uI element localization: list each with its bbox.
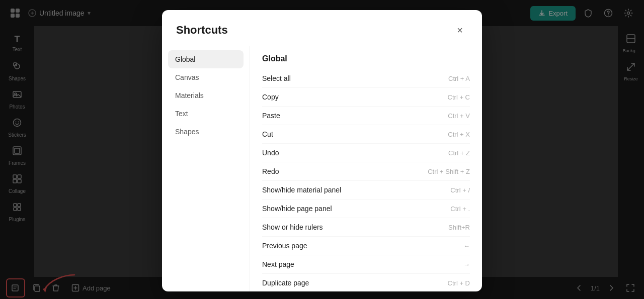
shortcut-name: Show/hide material panel xyxy=(262,186,341,194)
shortcut-name: Show or hide rulers xyxy=(262,223,323,231)
shortcuts-rows-container: Select allCtrl + ACopyCtrl + CPasteCtrl … xyxy=(262,69,470,291)
shortcut-name: Show/hide page panel xyxy=(262,205,332,213)
nav-item-text[interactable]: Text xyxy=(168,105,244,123)
shortcut-name: Copy xyxy=(262,93,279,101)
nav-item-text-label: Text xyxy=(175,110,188,118)
shortcut-name: Cut xyxy=(262,130,273,138)
shortcuts-list: Global Select allCtrl + ACopyCtrl + CPas… xyxy=(250,46,482,291)
nav-item-global[interactable]: Global xyxy=(168,50,244,68)
shortcut-row: Show/hide page panelCtrl + . xyxy=(262,200,470,218)
nav-item-shapes-label: Shapes xyxy=(175,128,199,136)
shortcut-keys: Ctrl + D xyxy=(448,279,470,287)
shortcut-keys: Ctrl + A xyxy=(448,75,470,82)
shortcut-row: Previous page← xyxy=(262,237,470,255)
modal-overlay: Shortcuts × Global Canvas Materials xyxy=(0,0,644,299)
shortcut-row: Next page→ xyxy=(262,255,470,274)
shortcut-keys: Ctrl + Shift + Z xyxy=(428,168,470,175)
shortcut-row: UndoCtrl + Z xyxy=(262,144,470,162)
shortcut-name: Select all xyxy=(262,74,291,82)
nav-item-global-label: Global xyxy=(175,55,195,63)
nav-item-shapes[interactable]: Shapes xyxy=(168,123,244,141)
shortcut-keys: → xyxy=(463,261,470,268)
shortcut-keys: Ctrl + Z xyxy=(448,149,470,157)
dialog-body: Global Canvas Materials Text Shapes xyxy=(162,46,482,291)
shortcut-keys: Ctrl + X xyxy=(448,131,470,138)
shortcut-keys: Ctrl + / xyxy=(450,186,470,194)
dialog-header: Shortcuts × xyxy=(162,10,482,46)
shortcut-row: Duplicate pageCtrl + D xyxy=(262,274,470,291)
nav-item-canvas-label: Canvas xyxy=(175,73,199,81)
shortcut-row: Show or hide rulersShift+R xyxy=(262,218,470,237)
shortcut-keys: Ctrl + . xyxy=(450,205,470,213)
shortcuts-dialog: Shortcuts × Global Canvas Materials xyxy=(162,10,482,291)
shortcut-row: PasteCtrl + V xyxy=(262,107,470,125)
shortcut-row: RedoCtrl + Shift + Z xyxy=(262,162,470,181)
shortcut-keys: ← xyxy=(463,242,470,250)
shortcut-name: Duplicate page xyxy=(262,279,309,287)
nav-item-canvas[interactable]: Canvas xyxy=(168,68,244,86)
close-dialog-button[interactable]: × xyxy=(452,22,468,38)
shortcut-name: Next page xyxy=(262,260,294,268)
shortcuts-section-title: Global xyxy=(262,50,470,69)
nav-item-materials[interactable]: Materials xyxy=(168,86,244,105)
app-container: Untitled image ▾ Export xyxy=(0,0,644,299)
dialog-title: Shortcuts xyxy=(176,24,228,37)
close-icon: × xyxy=(457,25,463,36)
shortcut-keys: Shift+R xyxy=(448,224,470,231)
shortcut-name: Previous page xyxy=(262,242,307,250)
shortcut-keys: Ctrl + C xyxy=(448,93,470,101)
shortcut-name: Paste xyxy=(262,112,280,120)
shortcut-name: Undo xyxy=(262,149,279,157)
shortcut-row: Show/hide material panelCtrl + / xyxy=(262,181,470,200)
shortcut-row: CutCtrl + X xyxy=(262,125,470,144)
shortcut-row: Select allCtrl + A xyxy=(262,69,470,88)
shortcut-name: Redo xyxy=(262,167,279,175)
shortcut-row: CopyCtrl + C xyxy=(262,88,470,107)
nav-item-materials-label: Materials xyxy=(175,91,204,99)
shortcuts-nav-list: Global Canvas Materials Text Shapes xyxy=(162,46,250,291)
shortcut-keys: Ctrl + V xyxy=(448,112,470,120)
